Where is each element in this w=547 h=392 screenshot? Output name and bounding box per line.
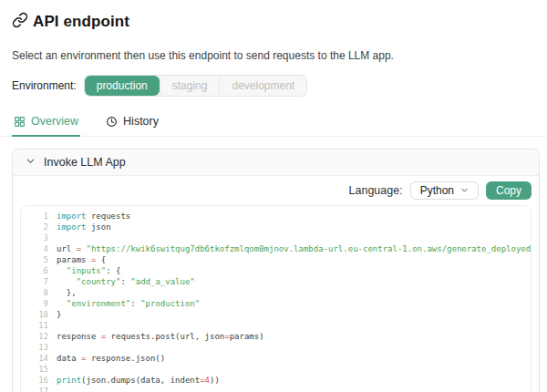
line-number: 5 bbox=[21, 254, 48, 265]
panel-header[interactable]: Invoke LLM App bbox=[13, 150, 539, 176]
code-line: 6 "inputs": { bbox=[21, 265, 531, 276]
language-select-value: Python bbox=[420, 184, 454, 197]
code-line: 4url = "https://kwik6switqug7db6tkofzmlq… bbox=[21, 243, 531, 254]
code-line-content: }, bbox=[48, 287, 77, 298]
tab-history[interactable]: History bbox=[104, 110, 160, 136]
environment-selector: production staging development bbox=[84, 75, 307, 97]
code-line: 3 bbox=[21, 232, 531, 243]
line-number: 3 bbox=[21, 232, 48, 243]
page-header: API endpoint bbox=[12, 12, 540, 32]
code-line-content: params = { bbox=[48, 254, 106, 265]
code-toolbar: Language: Python Copy bbox=[20, 181, 532, 201]
line-number: 12 bbox=[21, 331, 48, 342]
line-number: 11 bbox=[21, 320, 48, 331]
line-number: 16 bbox=[21, 375, 48, 386]
environment-label: Environment: bbox=[12, 79, 77, 92]
code-line: 2import json bbox=[21, 222, 531, 232]
code-line-content: "country": "add_a_value" bbox=[48, 276, 195, 287]
tab-overview-label: Overview bbox=[31, 115, 78, 128]
code-line-content: print(json.dumps(data, indent=4)) bbox=[48, 375, 220, 386]
code-line: 9 "environment": "production" bbox=[21, 298, 531, 309]
code-line-content: response = requests.post(url, json=param… bbox=[48, 331, 264, 342]
environment-option-staging[interactable]: staging bbox=[160, 76, 220, 96]
line-number: 17 bbox=[21, 386, 48, 392]
code-line-content bbox=[48, 386, 61, 392]
line-number: 15 bbox=[21, 364, 48, 375]
api-endpoint-page: API endpoint Select an environment then … bbox=[0, 0, 547, 392]
appstore-grid-icon bbox=[14, 116, 26, 128]
code-line-content: "inputs": { bbox=[48, 265, 120, 276]
invoke-llm-app-panel: Invoke LLM App Language: Python Copy 1im… bbox=[12, 149, 540, 392]
code-line: 14data = response.json() bbox=[21, 353, 531, 364]
code-line: 13 bbox=[21, 342, 531, 353]
chevron-down-icon bbox=[460, 184, 469, 197]
language-select[interactable]: Python bbox=[410, 181, 479, 200]
code-line: 16print(json.dumps(data, indent=4)) bbox=[21, 375, 531, 386]
line-number: 1 bbox=[21, 211, 48, 222]
code-line: 10} bbox=[21, 309, 531, 320]
tab-history-label: History bbox=[123, 115, 159, 128]
code-line-content: "environment": "production" bbox=[48, 298, 200, 309]
code-line: 1import requests bbox=[21, 211, 531, 222]
code-line-content bbox=[48, 342, 61, 353]
environment-option-production[interactable]: production bbox=[85, 76, 160, 96]
environment-option-development[interactable]: development bbox=[219, 76, 306, 96]
environment-row: Environment: production staging developm… bbox=[12, 75, 540, 97]
code-line-content: import json bbox=[48, 222, 111, 232]
code-line-content bbox=[48, 232, 61, 243]
line-number: 7 bbox=[21, 276, 48, 287]
copy-button[interactable]: Copy bbox=[486, 181, 532, 200]
code-line: 15 bbox=[21, 364, 531, 375]
code-line: 8 }, bbox=[21, 287, 531, 298]
line-number: 6 bbox=[21, 265, 48, 276]
chevron-down-icon bbox=[26, 156, 36, 169]
code-line: 12response = requests.post(url, json=par… bbox=[21, 331, 531, 342]
code-line-content: data = response.json() bbox=[48, 353, 165, 364]
page-title: API endpoint bbox=[33, 13, 129, 31]
line-number: 13 bbox=[21, 342, 48, 353]
code-line-content bbox=[48, 320, 61, 331]
code-line: 7 "country": "add_a_value" bbox=[21, 276, 531, 287]
code-line: 11 bbox=[21, 320, 531, 331]
tab-bar: Overview History bbox=[0, 110, 547, 137]
code-line-content: } bbox=[48, 309, 61, 320]
page-description: Select an environment then use this endp… bbox=[12, 49, 540, 62]
line-number: 9 bbox=[21, 298, 48, 309]
panel-title: Invoke LLM App bbox=[44, 156, 126, 169]
api-link-icon bbox=[12, 12, 28, 32]
code-line: 17 bbox=[21, 386, 531, 392]
line-number: 8 bbox=[21, 287, 48, 298]
code-editor[interactable]: 1import requests2import json3 4url = "ht… bbox=[20, 205, 532, 392]
line-number: 2 bbox=[21, 222, 48, 232]
tab-overview[interactable]: Overview bbox=[12, 110, 80, 136]
code-line: 5params = { bbox=[21, 254, 531, 265]
history-clock-icon bbox=[106, 116, 118, 128]
language-label: Language: bbox=[349, 184, 403, 197]
panel-body: Language: Python Copy 1import requests2i… bbox=[13, 176, 539, 392]
line-number: 14 bbox=[21, 353, 48, 364]
line-number: 10 bbox=[21, 309, 48, 320]
line-number: 4 bbox=[21, 243, 48, 254]
code-line-content bbox=[48, 364, 61, 375]
code-line-content: url = "https://kwik6switqug7db6tkofzmlqo… bbox=[48, 243, 532, 254]
code-line-content: import requests bbox=[48, 211, 130, 222]
